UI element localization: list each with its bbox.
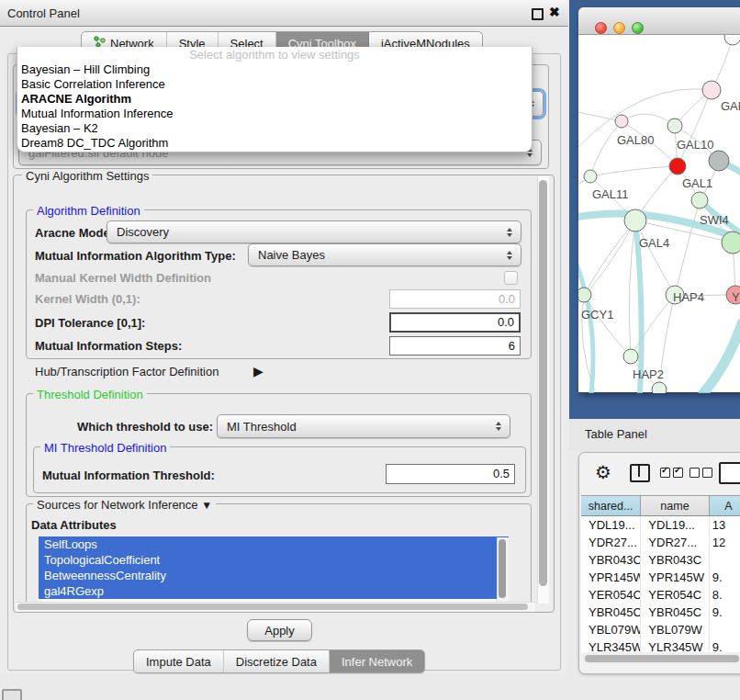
manual-kernel-checkbox[interactable]: [504, 271, 518, 285]
mi-type-combo[interactable]: Naive Bayes: [248, 243, 521, 266]
network-node[interactable]: [624, 209, 646, 231]
window-zoom-button[interactable]: [632, 22, 644, 34]
tab-impute-data[interactable]: Impute Data: [134, 650, 224, 672]
attribute-item[interactable]: BetweennessCentrality: [39, 568, 509, 583]
which-threshold-label: Which threshold to use:: [77, 420, 213, 434]
network-edge-highlighted: [578, 265, 593, 393]
window-close-button[interactable]: [595, 22, 607, 34]
mi-steps-label: Mutual Information Steps:: [35, 339, 182, 353]
mi-steps-field[interactable]: 6: [389, 336, 521, 356]
hide-columns-icon[interactable]: [690, 468, 712, 478]
network-window-titlebar[interactable]: [578, 7, 740, 35]
close-icon[interactable]: ✖: [549, 5, 560, 19]
network-node[interactable]: [584, 170, 597, 183]
aracne-mode-combo[interactable]: Discovery: [107, 220, 521, 243]
apply-button[interactable]: Apply: [247, 619, 312, 641]
dpi-tolerance-label: DPI Tolerance [0,1]:: [35, 316, 145, 330]
window-minimize-button[interactable]: [613, 22, 625, 34]
attribute-item[interactable]: gal4RGexp: [39, 583, 509, 599]
tab-label: Discretize Data: [236, 655, 317, 669]
table-cell: 8.: [710, 586, 740, 604]
table-row[interactable]: YPR145WYPR145W9.: [581, 569, 740, 586]
sources-title-text: Sources for Network Inference: [37, 498, 198, 512]
dropdown-item[interactable]: Basic Correlation Inference: [17, 77, 532, 92]
data-attributes-label: Data Attributes: [31, 518, 117, 532]
network-node[interactable]: [652, 382, 667, 393]
network-node[interactable]: [623, 349, 638, 364]
mi-threshold-label: Mutual Information Threshold:: [42, 469, 215, 482]
dropdown-placeholder: Select algorithm to view settings: [17, 47, 532, 62]
network-node[interactable]: [722, 231, 740, 254]
apply-button-label: Apply: [264, 624, 295, 638]
network-node[interactable]: [578, 288, 591, 302]
hub-definition-label[interactable]: Hub/Transcription Factor Definition: [35, 365, 219, 378]
dropdown-item[interactable]: Dream8 DC_TDC Algorithm: [17, 136, 532, 151]
collapse-icon[interactable]: ▼: [201, 499, 212, 512]
minimized-panel-icon[interactable]: [2, 689, 22, 700]
dropdown-item[interactable]: Bayesian – Hill Climbing: [17, 62, 532, 77]
node-label: GAL4: [639, 236, 669, 250]
table-row[interactable]: YDR27...YDR27...12: [581, 534, 740, 551]
node-label: HAP2: [633, 367, 664, 381]
algorithm-dropdown-popup: Select algorithm to view settings Bayesi…: [17, 47, 533, 152]
table-row[interactable]: YBL079WYBL079W: [581, 621, 740, 638]
dropdown-item[interactable]: ARACNE Algorithm: [17, 92, 532, 107]
network-canvas[interactable]: GAL80GAL10GAL11GAL1SWI4GAL4GCY1HAP4HAP2Y…: [578, 35, 740, 393]
network-node[interactable]: [709, 151, 729, 171]
column-header-name[interactable]: name: [641, 496, 709, 515]
network-edge: [629, 220, 635, 356]
data-attributes-list[interactable]: SelfLoopsTopologicalCoefficientBetweenne…: [39, 536, 509, 602]
show-checked-columns-icon[interactable]: [660, 468, 683, 478]
network-edge: [590, 121, 622, 176]
network-node[interactable]: [667, 119, 682, 133]
table-cell: 9.: [710, 569, 740, 586]
expand-icon[interactable]: ▶: [253, 364, 263, 378]
network-node[interactable]: [724, 35, 740, 45]
dpi-tolerance-field[interactable]: 0.0: [389, 312, 521, 333]
network-node[interactable]: [615, 115, 628, 128]
node-label: GCY1: [581, 308, 613, 322]
tab-label: Impute Data: [146, 655, 211, 669]
table-hscrollbar-thumb[interactable]: [585, 655, 739, 662]
settings-hscrollbar-thumb[interactable]: [17, 604, 528, 610]
columns-icon[interactable]: [630, 464, 650, 482]
table-row[interactable]: YDL19...YDL19...13: [581, 516, 740, 534]
attribute-item[interactable]: TopologicalCoefficient: [39, 552, 509, 568]
table-row[interactable]: YBR043CYBR043C: [581, 551, 740, 569]
node-label: HAP4: [673, 290, 704, 304]
table-toolbar: ⚙: [579, 453, 740, 493]
attribute-item[interactable]: SelfLoops: [39, 536, 509, 552]
attributes-scrollbar-thumb[interactable]: [499, 539, 506, 598]
panel-title: Control Panel: [7, 6, 80, 20]
kernel-width-field[interactable]: 0.0: [389, 289, 521, 309]
float-window-icon[interactable]: [532, 8, 544, 20]
table-row[interactable]: YER054CYER054C8.: [581, 586, 740, 604]
settings-vscrollbar-thumb[interactable]: [539, 180, 547, 586]
column-header-shared[interactable]: shared...: [581, 496, 641, 515]
gear-icon[interactable]: ⚙: [595, 461, 611, 483]
tab-infer-network[interactable]: Infer Network: [330, 650, 424, 672]
algorithm-definition-title: Algorithm Definition: [33, 204, 144, 218]
table-body: YDL19...YDL19...13YDR27...YDR27...12YBR0…: [581, 516, 740, 652]
mi-threshold-field[interactable]: 0.5: [386, 464, 515, 484]
which-threshold-combo[interactable]: MI Threshold: [217, 414, 510, 438]
table-cell: YDL19...: [641, 516, 709, 534]
tab-discretize-data[interactable]: Discretize Data: [224, 650, 330, 672]
table-cell: YLR345W: [581, 638, 641, 652]
mi-threshold-group-title: MI Threshold Definition: [40, 441, 170, 455]
network-node[interactable]: [691, 192, 708, 209]
which-threshold-value: MI Threshold: [227, 420, 297, 434]
tab-label: Infer Network: [342, 655, 412, 669]
network-edge: [675, 200, 700, 295]
dropdown-item[interactable]: Bayesian – K2: [17, 121, 532, 136]
node-table[interactable]: shared...nameA YDL19...YDL19...13YDR27..…: [581, 495, 740, 652]
table-row[interactable]: YLR345WYLR345W9.: [581, 638, 740, 652]
dropdown-item[interactable]: Mutual Information Inference: [17, 107, 532, 121]
network-node[interactable]: [669, 158, 686, 175]
network-node[interactable]: [702, 81, 721, 99]
table-row[interactable]: YBR045CYBR045C9.: [581, 604, 740, 621]
table-cell: YPR145W: [581, 569, 641, 586]
new-column-icon[interactable]: [719, 462, 740, 484]
column-header-A[interactable]: A: [710, 496, 740, 515]
table-panel-title: Table Panel: [585, 427, 647, 441]
